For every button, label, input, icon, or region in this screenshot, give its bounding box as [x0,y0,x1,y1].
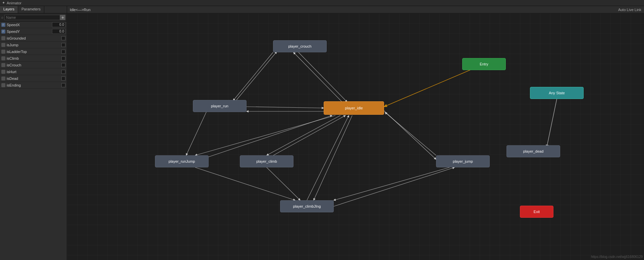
svg-line-1 [547,99,557,147]
param-float-input[interactable] [52,29,65,34]
param-name-label: isDead [7,76,61,81]
param-type-icon [1,56,5,60]
param-name-label: SpeedX [7,23,52,27]
param-name-label: SpeedY [7,30,52,34]
state-entry[interactable]: Entry [462,58,506,70]
svg-line-3 [293,52,342,102]
watermark: https://blog.csdn.net/wjj616806129 [591,255,643,259]
param-bool-checkbox[interactable] [61,63,65,67]
param-type-icon [1,70,5,74]
svg-line-9 [195,115,332,161]
tab-layers[interactable]: Layers [0,6,18,13]
svg-line-19 [334,167,449,200]
param-bool-checkbox[interactable] [61,43,65,47]
state-player-dead[interactable]: player_dead [506,145,560,157]
param-row: isEnding [0,82,67,89]
svg-line-0 [384,64,484,107]
svg-line-2 [299,52,347,102]
connections-svg [67,13,644,260]
state-exit[interactable]: Exit [520,206,553,218]
param-bool-checkbox[interactable] [61,36,65,40]
title-bar: ✦ Animator [0,0,644,6]
state-player-idle[interactable]: player_idle [324,101,384,115]
svg-line-13 [385,112,436,155]
svg-line-14 [186,112,206,155]
svg-line-10 [267,115,340,155]
param-type-icon: F [1,23,5,27]
svg-line-5 [236,52,277,100]
state-player-climbjing[interactable]: player_climbJIng [280,200,334,212]
add-param-button[interactable]: + [60,15,65,20]
param-name-label: isLadderTop [7,50,61,54]
transition-label: Idle<—>Run [70,8,91,12]
param-row: isClimb [0,55,67,62]
param-type-icon [1,50,5,54]
param-bool-checkbox[interactable] [61,83,65,87]
sidebar-tabs: Layers Parameters [0,6,67,13]
params-list: FSpeedXFSpeedYisGroundedisJumpisLadderTo… [0,21,67,89]
toolbar: Idle<—>Run Auto Live Link [67,6,644,13]
param-row: isHurt [0,68,67,75]
param-name-label: isHurt [7,70,61,74]
svg-line-11 [273,115,345,155]
param-name-label: isGrounded [7,36,61,40]
param-bool-checkbox[interactable] [61,56,65,60]
param-row: FSpeedY [0,28,67,35]
param-name-label: isEnding [7,83,61,87]
param-row: isJump [0,42,67,48]
app-icon: ✦ [2,1,5,5]
search-icon: ⌕ [1,15,3,19]
param-name-label: isClimb [7,56,61,60]
state-player-runjump[interactable]: player_runJump [155,155,209,167]
param-row: isDead [0,75,67,82]
state-player-run[interactable]: player_run [193,100,247,112]
state-player-jump[interactable]: player_jump [436,155,490,167]
svg-line-17 [307,115,349,200]
param-type-icon [1,63,5,67]
svg-line-6 [247,107,324,108]
param-row: isGrounded [0,35,67,42]
svg-line-12 [384,111,436,159]
param-name-label: isCrouch [7,63,61,67]
svg-line-18 [314,115,352,200]
svg-line-8 [195,115,335,155]
canvas[interactable]: player_crouch player_run player_idle pla… [67,13,644,260]
param-float-input[interactable] [52,22,65,27]
sidebar: Layers Parameters ⌕ + FSpeedXFSpeedYisGr… [0,6,67,260]
svg-line-15 [195,167,295,200]
param-bool-checkbox[interactable] [61,76,65,81]
param-type-icon [1,83,5,87]
param-type-icon: F [1,30,5,34]
app-title: Animator [7,1,21,5]
param-row: FSpeedX [0,21,67,28]
state-player-climb[interactable]: player_climb [240,155,293,167]
param-row: isCrouch [0,62,67,68]
tab-parameters[interactable]: Parameters [18,6,44,13]
param-name-label: isJump [7,43,61,47]
state-any-state[interactable]: Any State [530,87,584,99]
param-row: isLadderTop [0,48,67,55]
sidebar-search: ⌕ + [0,13,67,21]
param-type-icon [1,36,5,40]
param-type-icon [1,43,5,47]
search-input[interactable] [4,15,60,20]
svg-line-20 [334,167,454,206]
auto-live-link-label[interactable]: Auto Live Link [618,8,641,12]
param-bool-checkbox[interactable] [61,50,65,54]
state-player-crouch[interactable]: player_crouch [273,40,327,52]
param-type-icon [1,76,5,81]
svg-line-4 [233,52,273,101]
param-bool-checkbox[interactable] [61,70,65,74]
svg-line-16 [267,167,300,200]
